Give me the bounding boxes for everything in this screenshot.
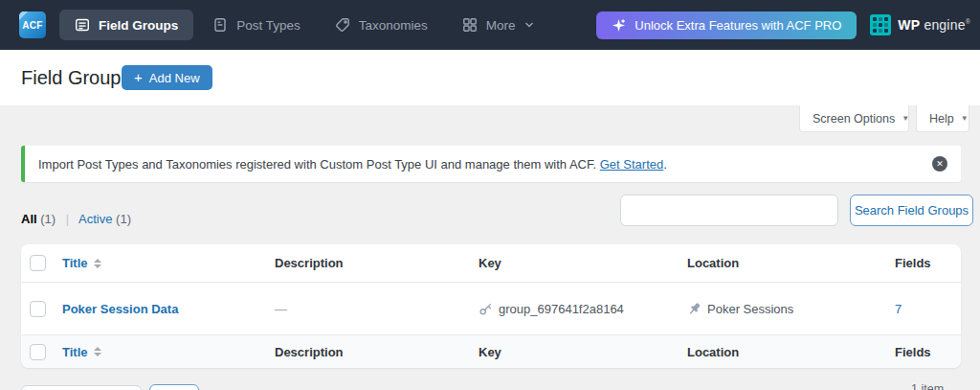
filter-all-count: (1) — [40, 212, 56, 226]
column-description-bottom: Description — [275, 345, 479, 359]
search-input[interactable] — [620, 195, 838, 226]
taxonomies-icon — [335, 17, 350, 33]
column-key: Key — [479, 256, 687, 270]
column-fields: Fields — [895, 256, 961, 270]
filter-active-link[interactable]: Active — [78, 212, 112, 226]
nav-tab-more[interactable]: More — [447, 10, 549, 40]
wpengine-wordmark: WP engine® — [898, 17, 970, 33]
nav-tab-label: More — [486, 18, 516, 33]
filter-active-count-value: (1) — [116, 212, 131, 226]
plus-icon: + — [134, 69, 143, 85]
field-group-title-link[interactable]: Poker Session Data — [62, 302, 275, 316]
table-row: Poker Session Data — group_697641f2a8164 — [21, 283, 961, 335]
wpengine-wp: WP — [898, 17, 920, 33]
row-location-value: Poker Sessions — [707, 302, 793, 316]
row-description: — — [275, 302, 479, 316]
key-icon — [479, 302, 493, 316]
page-title: Field Groups — [21, 67, 131, 89]
notice-period: . — [663, 157, 667, 172]
column-title-label: Title — [62, 345, 88, 359]
row-key: group_697641f2a8164 — [479, 302, 687, 316]
column-title-sort[interactable]: Title — [62, 256, 275, 270]
help-label: Help — [929, 112, 954, 126]
column-description: Description — [275, 256, 479, 270]
notice-close-icon[interactable]: ✕ — [932, 156, 947, 172]
get-started-link[interactable]: Get Started — [600, 157, 663, 172]
wpengine-trademark: ® — [966, 18, 970, 25]
nav-tab-post-types[interactable]: Post Types — [197, 10, 316, 40]
apply-button[interactable] — [149, 384, 199, 390]
filter-all-link[interactable]: All — [21, 212, 37, 226]
list-filters: All (1) | Active (1) — [21, 212, 131, 226]
row-location: Poker Sessions — [687, 302, 895, 316]
column-fields-bottom: Fields — [895, 345, 961, 359]
field-groups-table: Title Description Key Location Fields Po… — [21, 244, 961, 368]
row-fields-count-link[interactable]: 7 — [895, 302, 961, 316]
wpengine-logo: WP engine® — [870, 14, 970, 35]
filter-separator: | — [66, 212, 69, 226]
wpengine-engine: engine — [924, 17, 965, 33]
sparkle-icon — [612, 18, 626, 33]
select-all-checkbox[interactable] — [30, 255, 46, 271]
help-tab[interactable]: Help ▼ — [916, 105, 969, 132]
nav-tab-field-groups[interactable]: Field Groups — [59, 10, 193, 40]
sort-icon — [94, 347, 101, 356]
import-notice: Import Post Types and Taxonomies registe… — [21, 146, 961, 182]
row-key-value: group_697641f2a8164 — [499, 302, 624, 316]
nav-tab-label: Post Types — [236, 18, 301, 33]
acf-field-groups-page: ACF Field Groups Post Types — [0, 0, 980, 390]
chevron-down-icon — [524, 21, 534, 29]
notice-text: Import Post Types and Taxonomies registe… — [38, 157, 667, 172]
column-key-bottom: Key — [479, 345, 687, 359]
column-title-label: Title — [62, 256, 88, 270]
top-navbar: ACF Field Groups Post Types — [0, 0, 980, 50]
filter-active-count: (1) — [116, 212, 131, 226]
acf-logo-text: ACF — [22, 20, 42, 31]
field-groups-icon — [75, 17, 90, 33]
caret-down-icon: ▼ — [961, 114, 969, 123]
column-location-bottom: Location — [687, 345, 895, 359]
nav-tab-label: Taxonomies — [359, 18, 428, 33]
sort-icon — [94, 259, 101, 268]
caret-down-icon: ▼ — [902, 114, 909, 123]
item-count-label: 1 item — [911, 382, 944, 390]
table-footer-row: Title Description Key Location Fields — [21, 335, 961, 368]
column-title-sort-bottom[interactable]: Title — [62, 345, 275, 359]
add-new-button[interactable]: + Add New — [122, 65, 212, 90]
post-types-icon — [212, 17, 228, 33]
unlock-acf-pro-button[interactable]: Unlock Extra Features with ACF PRO — [596, 11, 857, 39]
pushpin-icon — [687, 302, 702, 316]
filter-all-count-value: (1) — [40, 212, 56, 226]
nav-tab-taxonomies[interactable]: Taxonomies — [320, 10, 443, 40]
pro-button-label: Unlock Extra Features with ACF PRO — [635, 18, 841, 33]
nav-tabs: Field Groups Post Types Taxonomies — [59, 10, 549, 40]
column-location: Location — [687, 256, 895, 270]
acf-logo[interactable]: ACF — [19, 11, 46, 38]
search-field-groups-button[interactable]: Search Field Groups — [850, 195, 973, 226]
bulk-actions-select[interactable] — [21, 385, 142, 390]
wpengine-icon — [870, 14, 891, 35]
screen-options-tab[interactable]: Screen Options ▼ — [799, 105, 909, 132]
row-checkbox[interactable] — [30, 301, 46, 317]
nav-tab-label: Field Groups — [99, 18, 178, 33]
page-header: Field Groups + Add New — [0, 50, 980, 105]
add-new-label: Add New — [149, 71, 200, 85]
more-grid-icon — [462, 17, 478, 33]
select-all-checkbox-bottom[interactable] — [30, 344, 46, 360]
table-header-row: Title Description Key Location Fields — [21, 244, 961, 283]
notice-message: Import Post Types and Taxonomies registe… — [38, 157, 596, 172]
screen-options-label: Screen Options — [813, 112, 895, 126]
